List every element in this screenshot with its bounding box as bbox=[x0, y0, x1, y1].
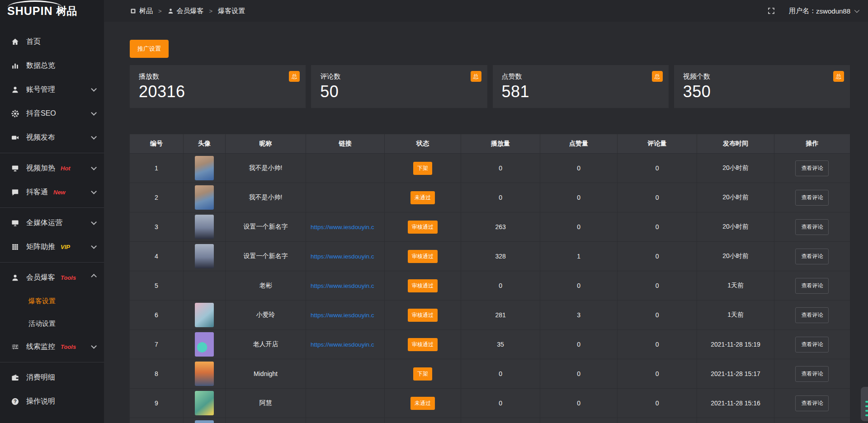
sidebar-item-home[interactable]: 首页 bbox=[0, 30, 104, 54]
breadcrumb-separator: > bbox=[209, 8, 213, 14]
cell-link bbox=[306, 389, 385, 418]
time-value: 20小时前 bbox=[722, 223, 749, 231]
sidebar-item-all-media-operation[interactable]: 全媒体运营 bbox=[0, 211, 104, 235]
view-comments-button[interactable]: 查看评论 bbox=[795, 160, 829, 176]
status-badge: 下架 bbox=[413, 162, 432, 175]
breadcrumb-item-shupin[interactable]: 树品 bbox=[130, 7, 153, 15]
sidebar-item-clue-monitor[interactable]: 线索监控Tools bbox=[0, 335, 104, 359]
stat-card-3: 视频个数总350 bbox=[674, 65, 850, 108]
sidebar-item-label: 视频加热 bbox=[26, 164, 55, 173]
video-link[interactable]: https://www.iesdouyin.c bbox=[306, 253, 384, 260]
cell-id bbox=[130, 418, 184, 423]
sidebar-item-video-publish[interactable]: 视频发布 bbox=[0, 126, 104, 150]
username-value: zswodun88 bbox=[816, 7, 850, 15]
app-root: SHUPIN 树品 首页数据总览账号管理抖音SEO视频发布视频加热Hot抖客通N… bbox=[0, 0, 868, 423]
view-comments-button[interactable]: 查看评论 bbox=[795, 307, 829, 323]
likes-value: 0 bbox=[577, 341, 580, 348]
video-link[interactable]: https://www.iesdouyin.c bbox=[306, 341, 384, 348]
stat-total-badge: 总 bbox=[652, 71, 663, 82]
comments-value: 0 bbox=[656, 370, 659, 377]
cell-id: 9 bbox=[130, 389, 184, 418]
comments-value: 0 bbox=[656, 341, 659, 348]
cell-likes: 3 bbox=[540, 301, 618, 329]
sidebar-item-video-heating[interactable]: 视频加热Hot bbox=[0, 156, 104, 180]
sidebar-item-data-overview[interactable]: 数据总览 bbox=[0, 54, 104, 78]
video-link[interactable]: https://www.iesdouyin.c bbox=[306, 312, 384, 319]
sliders-icon bbox=[11, 343, 19, 351]
sidebar-subitem-activity-settings[interactable]: 活动设置 bbox=[0, 312, 104, 335]
cell-id: 7 bbox=[130, 330, 184, 359]
time-value: 20小时前 bbox=[722, 193, 749, 202]
view-comments-button[interactable]: 查看评论 bbox=[795, 337, 829, 352]
cell-comments: 0 bbox=[618, 330, 697, 359]
cell-id: 5 bbox=[130, 271, 184, 300]
table-header-cell: 编号 bbox=[130, 134, 184, 153]
stat-card-1: 评论数总50 bbox=[311, 65, 487, 108]
cell-action bbox=[774, 418, 850, 423]
row-id: 1 bbox=[155, 164, 158, 172]
view-comments-button[interactable]: 查看评论 bbox=[795, 278, 829, 294]
comments-value: 0 bbox=[656, 282, 659, 289]
view-comments-button[interactable]: 查看评论 bbox=[795, 366, 829, 382]
cell-avatar bbox=[184, 271, 226, 300]
comments-value: 0 bbox=[656, 253, 659, 260]
cell-likes: 0 bbox=[540, 359, 618, 388]
status-badge: 审核通过 bbox=[408, 221, 438, 234]
sidebar-item-douyin-seo[interactable]: 抖音SEO bbox=[0, 102, 104, 126]
cell-action: 查看评论 bbox=[774, 242, 850, 271]
view-comments-button[interactable]: 查看评论 bbox=[795, 219, 829, 235]
breadcrumb-item-member-baoke[interactable]: 会员爆客 bbox=[167, 7, 204, 15]
avatar bbox=[195, 391, 214, 415]
cell-status: 审核通过 bbox=[385, 212, 461, 241]
cell-avatar bbox=[184, 301, 226, 329]
fullscreen-icon[interactable] bbox=[767, 7, 775, 15]
cell-likes: 0 bbox=[540, 154, 618, 183]
nickname-text: 设置一个新名字 bbox=[244, 223, 288, 231]
cell-time: 20小时前 bbox=[697, 183, 774, 212]
sidebar-item-operation-guide[interactable]: ?操作说明 bbox=[0, 390, 104, 414]
cell-time: 2021-11-28 15:16 bbox=[697, 389, 774, 418]
table-header-cell: 状态 bbox=[385, 134, 461, 153]
sidebar-item-consumption-detail[interactable]: 消费明细 bbox=[0, 366, 104, 390]
table-row: 3设置一个新名字https://www.iesdouyin.c审核通过26300… bbox=[130, 212, 850, 241]
stats-row: 播放数总20316评论数总50点赞数总581视频个数总350 bbox=[130, 65, 850, 108]
nickname-text: 设置一个新名字 bbox=[244, 252, 288, 260]
sidebar-subitem-baoke-settings[interactable]: 爆客设置 bbox=[0, 290, 104, 312]
view-comments-button[interactable]: 查看评论 bbox=[795, 190, 829, 206]
cell-comments: 0 bbox=[618, 212, 697, 241]
nickname-text: 阿慧 bbox=[259, 399, 272, 407]
cell-time: 2021-11-28 15:19 bbox=[697, 330, 774, 359]
video-link[interactable]: https://www.iesdouyin.c bbox=[306, 282, 384, 289]
status-badge: 审核通过 bbox=[408, 309, 438, 322]
sidebar-item-label: 抖音SEO bbox=[26, 109, 56, 118]
avatar bbox=[195, 273, 214, 298]
table-row: 2我不是小帅!未通过00020小时前查看评论 bbox=[130, 183, 850, 212]
chevron-down-icon bbox=[91, 219, 97, 225]
comments-value: 0 bbox=[656, 223, 659, 230]
sidebar-item-badge: New bbox=[53, 189, 66, 196]
cell-likes: 1 bbox=[540, 242, 618, 271]
cell-id: 4 bbox=[130, 242, 184, 271]
sidebar-item-badge: Hot bbox=[61, 165, 71, 172]
sidebar-item-badge: Tools bbox=[61, 343, 76, 350]
view-comments-button[interactable]: 查看评论 bbox=[795, 249, 829, 264]
svg-text:?: ? bbox=[14, 399, 17, 404]
likes-value: 0 bbox=[577, 164, 580, 172]
video-link[interactable]: https://www.iesdouyin.c bbox=[306, 224, 384, 230]
user-menu[interactable]: 用户名： zswodun88 bbox=[789, 7, 858, 15]
view-comments-button[interactable]: 查看评论 bbox=[795, 395, 829, 411]
cell-comments: 0 bbox=[618, 242, 697, 271]
video-icon bbox=[11, 133, 19, 142]
status-badge: 审核通过 bbox=[408, 279, 438, 292]
plays-value: 263 bbox=[495, 223, 505, 230]
promo-settings-button[interactable]: 推广设置 bbox=[130, 40, 169, 58]
home-icon bbox=[11, 38, 19, 46]
floating-contact-widget[interactable] bbox=[861, 387, 868, 421]
sidebar-item-account-management[interactable]: 账号管理 bbox=[0, 78, 104, 102]
sidebar-item-label: 线索监控 bbox=[26, 342, 55, 352]
cell-time: 20小时前 bbox=[697, 212, 774, 241]
sidebar-item-member-baoke[interactable]: 会员爆客Tools bbox=[0, 266, 104, 290]
sidebar-item-douketong[interactable]: 抖客通New bbox=[0, 180, 104, 204]
sidebar-item-matrix-boost[interactable]: 矩阵助推VIP bbox=[0, 235, 104, 259]
nickname-text: 我不是小帅! bbox=[249, 193, 283, 202]
